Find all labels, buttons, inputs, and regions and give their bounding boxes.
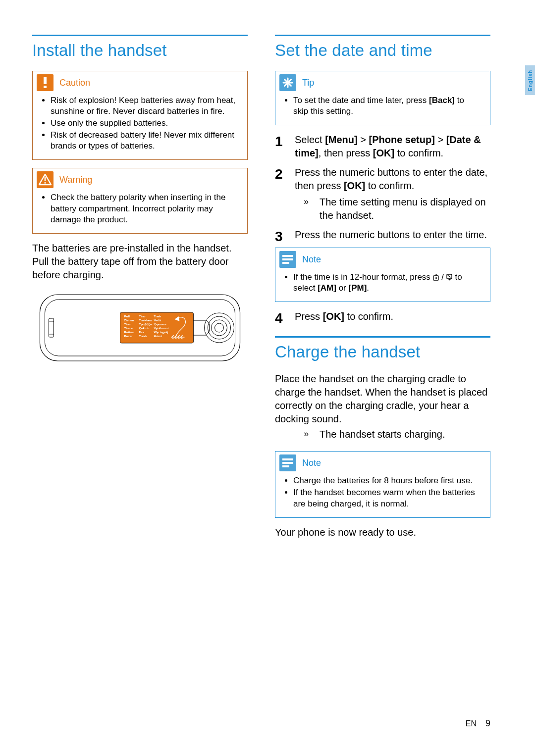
charge-result: » The handset starts charging.: [275, 429, 490, 440]
note-box-12h: Note If the time is in 12-hour format, p…: [275, 248, 490, 302]
note-box-charge: Note Charge the batteries for 8 hours be…: [275, 451, 490, 517]
svg-rect-38: [282, 262, 289, 264]
note-lines-icon: [279, 454, 296, 471]
svg-text:Τραβήξτε: Τραβήξτε: [139, 322, 153, 326]
battery-illustration: Pull Ziehen Tirer Tirare Retirar Puxar T…: [32, 291, 248, 367]
tip-item: To set the date and time later, press [B…: [293, 95, 481, 117]
left-column: Install the handset Caution Risk of expl…: [32, 35, 248, 726]
section-rule: [275, 336, 490, 338]
svg-text:Pull: Pull: [124, 314, 130, 318]
date-steps: Select [Menu] > [Phone setup] > [Date & …: [275, 133, 490, 242]
heading-charge: Charge the handset: [275, 343, 490, 361]
tip-asterisk-icon: [279, 74, 296, 91]
page-footer: EN 9: [466, 718, 490, 729]
svg-text:Удалить: Удалить: [154, 322, 167, 326]
redial-down-icon: [446, 274, 453, 281]
svg-text:Vytáhnout: Vytáhnout: [154, 326, 169, 330]
note-body: Charge the batteries for 8 hours before …: [275, 473, 490, 517]
section-rule: [32, 35, 248, 36]
warning-triangle-icon: [37, 171, 54, 188]
step-2: Press the numeric buttons to enter the d…: [275, 166, 490, 222]
caution-item: Risk of explosion! Keep batteries away f…: [51, 95, 238, 117]
svg-rect-2: [45, 177, 46, 181]
svg-text:Tirar: Tirar: [139, 314, 146, 318]
heading-install: Install the handset: [32, 41, 248, 60]
svg-text:Træk: Træk: [154, 314, 161, 318]
svg-text:Vedä: Vedä: [154, 318, 161, 322]
svg-text:Retirar: Retirar: [124, 330, 135, 334]
note-lines-icon: [279, 251, 296, 268]
charge-body-text: Place the handset on the charging cradle…: [275, 372, 490, 426]
section-rule: [275, 35, 490, 36]
warning-box: Warning Check the battery polarity when …: [32, 168, 248, 233]
svg-text:Çekiniz: Çekiniz: [139, 326, 150, 330]
caution-box: Caution Risk of explosion! Keep batterie…: [32, 71, 248, 160]
footer-lang: EN: [466, 719, 477, 728]
note-title: Note: [302, 254, 321, 265]
manual-page: Install the handset Caution Risk of expl…: [0, 0, 535, 756]
svg-rect-1: [44, 86, 47, 88]
note-head: Note: [275, 452, 490, 473]
svg-point-40: [435, 277, 436, 279]
note-item: If the time is in 12-hour format, press …: [293, 272, 481, 294]
step-4: Press [OK] to confirm.: [275, 310, 490, 323]
install-body-text: The batteries are pre-installed in the h…: [32, 242, 248, 282]
svg-text:Ziehen: Ziehen: [124, 318, 134, 322]
tip-body: To set the date and time later, press [B…: [275, 93, 490, 125]
note-item: If the handset becomes warm when the bat…: [293, 487, 481, 509]
note-title: Note: [302, 458, 321, 468]
caution-icon: [37, 74, 54, 91]
note-item: Charge the batteries for 8 hours before …: [293, 475, 481, 486]
svg-text:Dra: Dra: [139, 330, 145, 334]
warning-title: Warning: [59, 175, 92, 185]
step-1: Select [Menu] > [Phone setup] > [Date & …: [275, 133, 490, 160]
result-arrow-icon: »: [304, 196, 320, 222]
phonebook-up-icon: [433, 274, 439, 281]
warning-item: Check the battery polarity when insertin…: [51, 192, 238, 225]
svg-rect-0: [44, 77, 47, 84]
result-arrow-icon: »: [304, 429, 320, 440]
svg-text:Puxar: Puxar: [124, 334, 133, 338]
svg-text:Trækken: Trækken: [139, 318, 152, 322]
svg-rect-36: [282, 255, 293, 257]
footer-page-number: 9: [485, 718, 490, 729]
svg-text:Wyciągnij: Wyciągnij: [154, 330, 168, 334]
caution-head: Caution: [33, 71, 247, 93]
warning-body: Check the battery polarity when insertin…: [33, 190, 247, 233]
caution-item: Use only the supplied batteries.: [51, 118, 238, 129]
note-head: Note: [275, 248, 490, 270]
caution-body: Risk of explosion! Keep batteries away f…: [33, 93, 247, 159]
ready-text: Your phone is now ready to use.: [275, 526, 490, 539]
step-2-result: » The time setting menu is displayed on …: [295, 196, 490, 222]
svg-rect-42: [282, 458, 293, 460]
step-3: Press the numeric buttons to enter the t…: [275, 228, 490, 242]
svg-text:Tirer: Tirer: [124, 322, 131, 326]
caution-item: Risk of decreased battery life! Never mi…: [51, 130, 238, 151]
svg-rect-3: [45, 182, 46, 184]
svg-text:Húzni: Húzni: [154, 334, 162, 338]
svg-rect-43: [282, 462, 293, 464]
svg-text:Trekk: Trekk: [139, 334, 148, 338]
tip-head: Tip: [275, 71, 490, 93]
date-steps-continued: Press [OK] to confirm.: [275, 310, 490, 323]
svg-text:Tirare: Tirare: [124, 326, 133, 330]
svg-rect-37: [282, 258, 293, 260]
warning-head: Warning: [33, 168, 247, 190]
language-tab: English: [525, 65, 535, 95]
note-body: If the time is in 12-hour format, press …: [275, 270, 490, 302]
tip-box: Tip To set the date and time later, pres…: [275, 71, 490, 125]
tip-title: Tip: [302, 78, 314, 88]
svg-rect-44: [282, 465, 289, 467]
caution-title: Caution: [59, 78, 90, 88]
right-column: Set the date and time Tip: [275, 35, 490, 726]
heading-date: Set the date and time: [275, 41, 490, 60]
